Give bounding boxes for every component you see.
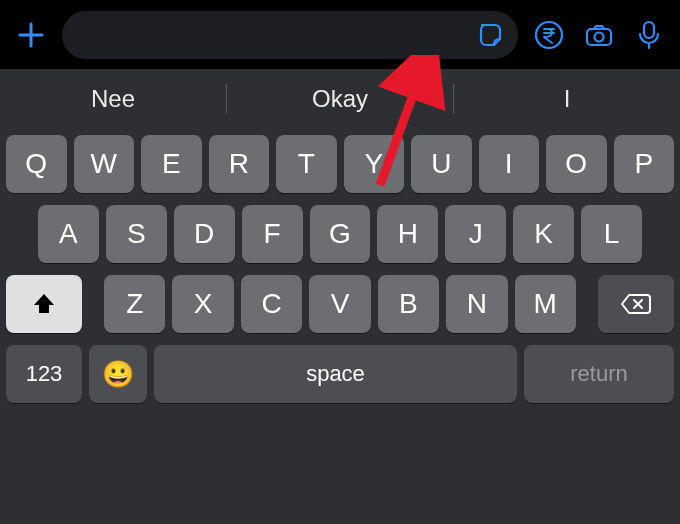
- shift-icon: [31, 291, 57, 317]
- suggestion-bar: Nee Okay I: [0, 69, 680, 129]
- keyboard: Q W E R T Y U I O P A S D F G H J K L Z …: [0, 129, 680, 409]
- suggestion-1[interactable]: Nee: [0, 85, 226, 113]
- key-e[interactable]: E: [141, 135, 202, 193]
- key-n[interactable]: N: [446, 275, 507, 333]
- key-q[interactable]: Q: [6, 135, 67, 193]
- key-t[interactable]: T: [276, 135, 337, 193]
- key-g[interactable]: G: [310, 205, 371, 263]
- key-j[interactable]: J: [445, 205, 506, 263]
- suggestion-3[interactable]: I: [454, 85, 680, 113]
- svg-point-2: [595, 32, 604, 41]
- chat-input-bar: [0, 0, 680, 69]
- key-u[interactable]: U: [411, 135, 472, 193]
- rupee-icon: [533, 19, 565, 51]
- key-b[interactable]: B: [378, 275, 439, 333]
- svg-rect-3: [644, 22, 654, 38]
- payment-button[interactable]: [530, 16, 568, 54]
- plus-icon: [16, 20, 46, 50]
- keyboard-row-1: Q W E R T Y U I O P: [6, 135, 674, 193]
- message-input[interactable]: [62, 11, 518, 59]
- key-r[interactable]: R: [209, 135, 270, 193]
- key-o[interactable]: O: [546, 135, 607, 193]
- key-p[interactable]: P: [614, 135, 675, 193]
- key-return[interactable]: return: [524, 345, 674, 403]
- key-m[interactable]: M: [515, 275, 576, 333]
- key-d[interactable]: D: [174, 205, 235, 263]
- key-x[interactable]: X: [172, 275, 233, 333]
- key-s[interactable]: S: [106, 205, 167, 263]
- key-a[interactable]: A: [38, 205, 99, 263]
- sticker-icon: [476, 20, 506, 50]
- key-space[interactable]: space: [154, 345, 517, 403]
- key-numbers[interactable]: 123: [6, 345, 82, 403]
- sticker-button[interactable]: [474, 18, 508, 52]
- key-shift[interactable]: [6, 275, 82, 333]
- key-backspace[interactable]: [598, 275, 674, 333]
- keyboard-row-4: 123 😀 space return: [6, 345, 674, 403]
- key-v[interactable]: V: [309, 275, 370, 333]
- key-l[interactable]: L: [581, 205, 642, 263]
- camera-icon: [583, 19, 615, 51]
- key-z[interactable]: Z: [104, 275, 165, 333]
- key-k[interactable]: K: [513, 205, 574, 263]
- key-emoji[interactable]: 😀: [89, 345, 147, 403]
- add-button[interactable]: [12, 16, 50, 54]
- key-y[interactable]: Y: [344, 135, 405, 193]
- suggestion-2[interactable]: Okay: [227, 85, 453, 113]
- key-w[interactable]: W: [74, 135, 135, 193]
- key-c[interactable]: C: [241, 275, 302, 333]
- backspace-icon: [620, 292, 652, 316]
- keyboard-row-2: A S D F G H J K L: [6, 205, 674, 263]
- svg-point-0: [536, 22, 562, 48]
- key-h[interactable]: H: [377, 205, 438, 263]
- camera-button[interactable]: [580, 16, 618, 54]
- key-f[interactable]: F: [242, 205, 303, 263]
- keyboard-row-3: Z X C V B N M: [6, 275, 674, 333]
- mic-icon: [634, 19, 664, 51]
- voice-button[interactable]: [630, 16, 668, 54]
- key-i[interactable]: I: [479, 135, 540, 193]
